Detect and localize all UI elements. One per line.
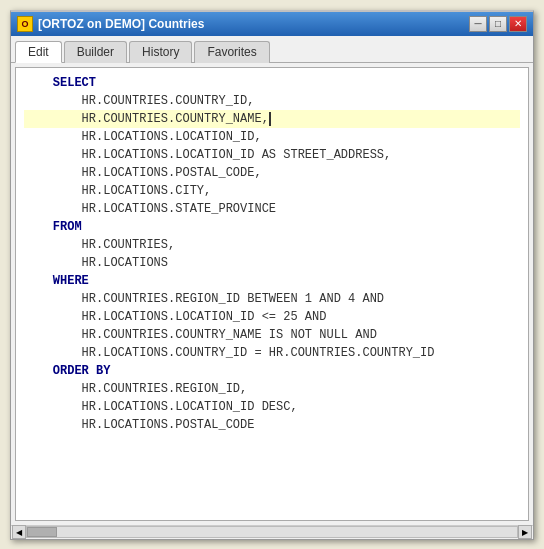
- tab-bar: Edit Builder History Favorites: [11, 36, 533, 63]
- title-bar: O [ORTOZ on DEMO] Countries ─ □ ✕: [11, 12, 533, 36]
- sql-line: SELECT: [24, 74, 520, 92]
- scroll-left-button[interactable]: ◀: [12, 525, 26, 539]
- sql-line: HR.LOCATIONS.POSTAL_CODE,: [24, 164, 520, 182]
- sql-line: HR.LOCATIONS.LOCATION_ID,: [24, 128, 520, 146]
- sql-line: HR.COUNTRIES.COUNTRY_NAME,: [24, 110, 520, 128]
- app-icon: O: [17, 16, 33, 32]
- tab-favorites[interactable]: Favorites: [194, 41, 269, 63]
- title-bar-left: O [ORTOZ on DEMO] Countries: [17, 16, 204, 32]
- sql-line: HR.LOCATIONS.LOCATION_ID <= 25 AND: [24, 308, 520, 326]
- minimize-button[interactable]: ─: [469, 16, 487, 32]
- tab-history[interactable]: History: [129, 41, 192, 63]
- window-title: [ORTOZ on DEMO] Countries: [38, 17, 204, 31]
- tab-edit[interactable]: Edit: [15, 41, 62, 63]
- sql-line: HR.COUNTRIES.REGION_ID,: [24, 380, 520, 398]
- sql-line: WHERE: [24, 272, 520, 290]
- sql-line: HR.LOCATIONS.LOCATION_ID DESC,: [24, 398, 520, 416]
- sql-editor[interactable]: SELECT HR.COUNTRIES.COUNTRY_ID, HR.COUNT…: [16, 68, 528, 520]
- editor-area: SELECT HR.COUNTRIES.COUNTRY_ID, HR.COUNT…: [15, 67, 529, 521]
- scroll-right-button[interactable]: ▶: [518, 525, 532, 539]
- sql-line: FROM: [24, 218, 520, 236]
- sql-line: HR.LOCATIONS.STATE_PROVINCE: [24, 200, 520, 218]
- horizontal-scrollbar[interactable]: ◀ ▶: [11, 525, 533, 539]
- sql-line: HR.COUNTRIES,: [24, 236, 520, 254]
- sql-line: HR.COUNTRIES.COUNTRY_NAME IS NOT NULL AN…: [24, 326, 520, 344]
- tab-builder[interactable]: Builder: [64, 41, 127, 63]
- sql-line: HR.COUNTRIES.REGION_ID BETWEEN 1 AND 4 A…: [24, 290, 520, 308]
- h-scroll-track: [26, 526, 518, 538]
- close-button[interactable]: ✕: [509, 16, 527, 32]
- sql-line: ORDER BY: [24, 362, 520, 380]
- sql-line: HR.LOCATIONS.CITY,: [24, 182, 520, 200]
- sql-line: HR.LOCATIONS.COUNTRY_ID = HR.COUNTRIES.C…: [24, 344, 520, 362]
- sql-line: HR.LOCATIONS.POSTAL_CODE: [24, 416, 520, 434]
- main-window: O [ORTOZ on DEMO] Countries ─ □ ✕ Edit B…: [10, 10, 534, 540]
- h-scroll-thumb[interactable]: [27, 527, 57, 537]
- sql-line: HR.LOCATIONS: [24, 254, 520, 272]
- maximize-button[interactable]: □: [489, 16, 507, 32]
- sql-line: HR.COUNTRIES.COUNTRY_ID,: [24, 92, 520, 110]
- window-controls: ─ □ ✕: [469, 16, 527, 32]
- sql-line: HR.LOCATIONS.LOCATION_ID AS STREET_ADDRE…: [24, 146, 520, 164]
